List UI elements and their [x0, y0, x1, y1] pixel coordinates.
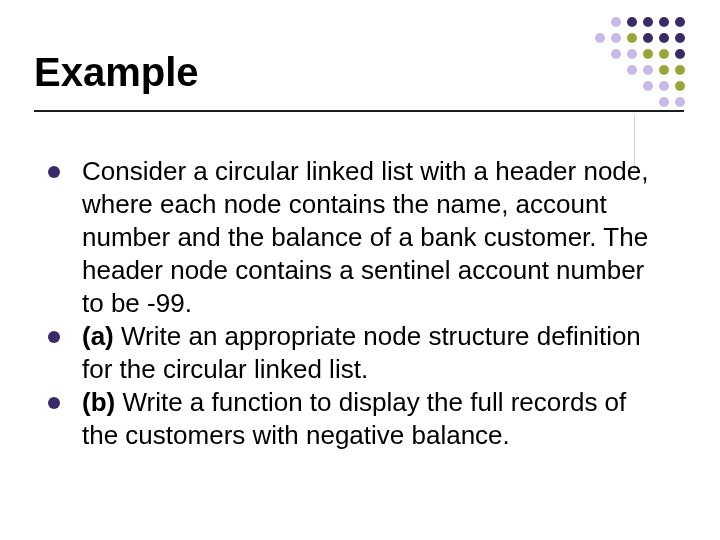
- svg-point-17: [659, 65, 669, 75]
- bullet-icon: [48, 331, 60, 343]
- point-3-label: (b): [82, 387, 115, 417]
- svg-point-24: [659, 97, 669, 107]
- slide: Example Consider a circular linked list …: [0, 0, 720, 540]
- svg-point-14: [627, 49, 637, 59]
- title-underline: [34, 110, 684, 112]
- svg-point-4: [611, 17, 621, 27]
- list-item: Consider a circular linked list with a h…: [48, 155, 658, 320]
- svg-point-7: [643, 33, 653, 43]
- point-3-text: (b) Write a function to display the full…: [82, 386, 658, 452]
- bullet-icon: [48, 397, 60, 409]
- point-3-body: Write a function to display the full rec…: [82, 387, 626, 450]
- point-1-text: Consider a circular linked list with a h…: [82, 155, 658, 320]
- list-item: (b) Write a function to display the full…: [48, 386, 658, 452]
- svg-point-19: [627, 65, 637, 75]
- list-item: (a) Write an appropriate node structure …: [48, 320, 658, 386]
- point-2-text: (a) Write an appropriate node structure …: [82, 320, 658, 386]
- svg-point-16: [675, 65, 685, 75]
- point-2-label: (a): [82, 321, 114, 351]
- point-2-body: Write an appropriate node structure defi…: [82, 321, 641, 384]
- corner-dots-decoration: [570, 12, 700, 122]
- svg-point-20: [675, 81, 685, 91]
- svg-point-5: [675, 33, 685, 43]
- svg-point-12: [659, 49, 669, 59]
- svg-point-23: [675, 97, 685, 107]
- slide-title: Example: [34, 50, 199, 95]
- svg-point-10: [595, 33, 605, 43]
- svg-point-1: [659, 17, 669, 27]
- svg-point-3: [627, 17, 637, 27]
- content-area: Consider a circular linked list with a h…: [48, 155, 658, 452]
- svg-point-22: [643, 81, 653, 91]
- svg-point-8: [627, 33, 637, 43]
- svg-point-21: [659, 81, 669, 91]
- bullet-icon: [48, 166, 60, 178]
- svg-point-18: [643, 65, 653, 75]
- svg-point-11: [675, 49, 685, 59]
- svg-point-0: [675, 17, 685, 27]
- svg-point-9: [611, 33, 621, 43]
- svg-point-2: [643, 17, 653, 27]
- svg-point-15: [611, 49, 621, 59]
- svg-point-13: [643, 49, 653, 59]
- svg-point-6: [659, 33, 669, 43]
